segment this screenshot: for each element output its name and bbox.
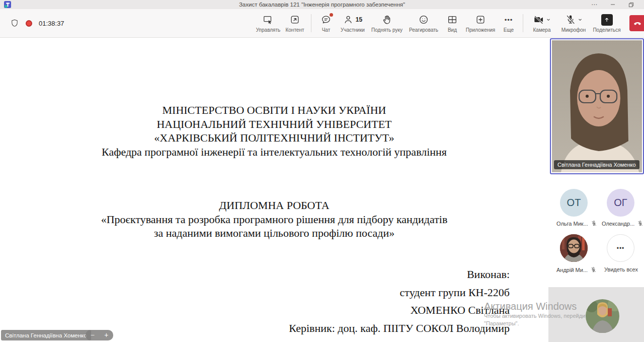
participant-label: Ольга Мик... [556, 220, 597, 227]
camera-options-chevron-icon[interactable] [546, 17, 551, 22]
thesis-title-line1: «Проєктування та розробка програмного рі… [0, 213, 548, 227]
participant-avatar-photo[interactable] [560, 234, 588, 262]
chat-notification-badge [330, 13, 333, 17]
security-shield-icon [10, 19, 19, 28]
window-title: Захист бакалаврів 121 "Інженерія програм… [0, 2, 644, 8]
thesis-title-block: ДИПЛОМНА РОБОТА «Проєктування та розробк… [0, 198, 548, 240]
teams-app-icon [4, 1, 11, 8]
department-line: Кафедра програмної інженерії та інтелект… [0, 145, 548, 159]
manage-button[interactable]: Управлять [254, 9, 282, 37]
zoom-in-button[interactable]: + [104, 330, 108, 340]
share-screen-icon [601, 14, 613, 26]
grid-view-icon [447, 14, 458, 26]
participant-photo [560, 234, 588, 262]
smiley-reaction-icon [418, 14, 429, 26]
recording-indicator-icon [26, 20, 32, 27]
camera-button[interactable]: Камера [527, 9, 557, 37]
participant-avatar-photo[interactable] [586, 299, 619, 333]
content-button[interactable]: Контент [282, 9, 307, 37]
mic-muted-icon [590, 266, 597, 273]
executed-label: Виконав: [289, 265, 510, 284]
group-line: студент групи КН-220б [289, 284, 510, 302]
raise-hand-button[interactable]: Поднять руку [368, 9, 406, 37]
student-line: ХОМЕНКО Світлана [289, 301, 510, 319]
share-button[interactable]: Поделиться [590, 9, 623, 37]
participant-label: Олександр... [602, 220, 643, 227]
sharer-name-pill: Світлана Геннадіївна Хоменко [1, 330, 91, 340]
apps-button[interactable]: Приложения [463, 9, 498, 37]
presenter-name-label: Світлана Геннадіївна Хоменко [554, 160, 639, 169]
more-dots-icon: ••• [617, 245, 625, 252]
participant-photo [586, 299, 619, 333]
hangup-phone-icon [633, 19, 642, 28]
screen-control-icon [263, 14, 274, 26]
mic-options-chevron-icon[interactable] [578, 17, 583, 22]
toolbar-divider [311, 14, 311, 32]
chat-icon [320, 14, 332, 26]
mic-muted-icon [591, 220, 597, 227]
participant-avatar[interactable]: ОТ [560, 189, 588, 217]
participants-count: 15 [356, 16, 362, 23]
thesis-heading: ДИПЛОМНА РОБОТА [0, 198, 548, 213]
university-line: НАЦІОНАЛЬНИЙ ТЕХНІЧНИЙ УНІВЕРСИТЕТ [0, 117, 548, 131]
participant-initials: ОГ [614, 197, 627, 209]
view-button[interactable]: Вид [442, 9, 463, 37]
mic-button[interactable]: Микрофон [557, 9, 590, 37]
participant-avatar[interactable]: ОГ [607, 189, 634, 217]
meeting-toolbar: 01:38:37 Управлять [0, 9, 644, 38]
open-content-icon [289, 14, 300, 26]
restore-button[interactable] [628, 2, 634, 8]
shared-slide-content: МІНІСТЕРСТВО ОСВІТИ І НАУКИ УКРАЇНИ НАЦІ… [0, 38, 548, 342]
more-button[interactable]: ••• Еще [498, 9, 519, 37]
see-all-label: Увидеть всех [604, 266, 638, 272]
raised-hand-icon [381, 14, 392, 26]
participant-initials: ОТ [567, 197, 581, 209]
mic-off-icon [565, 14, 577, 25]
titlebar-more-button[interactable]: ⋯ [591, 0, 597, 9]
see-all-button[interactable]: ••• [607, 234, 634, 262]
presenter-video: Світлана Геннадіївна Хоменко [552, 40, 642, 172]
institute-line: «ХАРКІВСЬКИЙ ПОЛІТЕХНІЧНИЙ ІНСТИТУТ» [0, 131, 548, 145]
mic-muted-icon [637, 220, 643, 227]
window-titlebar: Захист бакалаврів 121 "Інженерія програм… [0, 0, 644, 9]
title-page-header: МІНІСТЕРСТВО ОСВІТИ І НАУКИ УКРАЇНИ НАЦІ… [0, 103, 548, 159]
presenter-video-tile[interactable]: Світлана Геннадіївна Хоменко [550, 38, 644, 174]
zoom-control: − + [86, 330, 113, 340]
chat-button[interactable]: Чат [315, 9, 337, 37]
more-dots-icon: ••• [505, 14, 513, 26]
participants-button[interactable]: 15 Участники [337, 9, 368, 37]
participant-label: Андрій Ми... [556, 266, 597, 273]
participants-icon [343, 14, 354, 25]
react-button[interactable]: Реагировать [406, 9, 442, 37]
minimize-button[interactable] [610, 2, 615, 7]
ministry-line: МІНІСТЕРСТВО ОСВІТИ І НАУКИ УКРАЇНИ [0, 103, 548, 117]
presenter-webcam-image [552, 40, 642, 172]
zoom-out-button[interactable]: − [91, 330, 95, 340]
toolbar-divider [523, 14, 523, 32]
meeting-timer: 01:38:37 [39, 20, 64, 27]
thesis-title-line2: за наданими вимогами цільового профілю п… [0, 226, 548, 240]
add-app-icon [475, 14, 486, 26]
author-block: Виконав: студент групи КН-220б ХОМЕНКО С… [289, 265, 510, 337]
camera-off-icon [533, 14, 545, 25]
leave-meeting-button[interactable]: Выйти [629, 15, 644, 31]
teams-meeting-window: Захист бакалаврів 121 "Інженерія програм… [0, 0, 644, 342]
supervisor-line: Керівник: доц. каф. ПІІТУ СОКОЛ Володими… [289, 319, 510, 337]
